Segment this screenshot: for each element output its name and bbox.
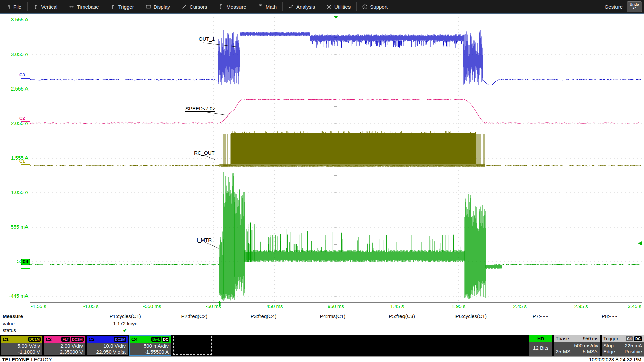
- channel-scale: 5.00 V/div: [3, 343, 40, 349]
- measure-value: [367, 320, 436, 327]
- menu-item-utilities[interactable]: Utilities: [321, 0, 356, 13]
- vertical-axis-label: 2.555 A: [0, 86, 28, 92]
- menu-item-trigger[interactable]: Trigger: [105, 0, 140, 13]
- vertical-axis-label: 555 mA: [0, 224, 28, 230]
- info-circle-icon: [362, 4, 367, 9]
- datetime: 10/20/2023 8:24:32 PM: [589, 357, 641, 362]
- measure-header[interactable]: P6:cycles(C1): [436, 313, 505, 320]
- channel-badge-dc1m: DC1M: [71, 337, 84, 342]
- trigger-type: Edge: [603, 349, 615, 355]
- measure-row-label-status: status: [0, 327, 91, 334]
- measure-value: 1.172 kcyc: [91, 320, 160, 327]
- timebase-header: Tbase -950 ms: [554, 335, 600, 342]
- descriptor-strip: HD 12 Bits Tbase -950 ms 500 ms/div 25 M…: [0, 335, 644, 356]
- trigger-header: Trigger C4DC: [602, 335, 644, 342]
- measure-value: ---: [575, 320, 644, 327]
- channel-marker-dash: [21, 121, 30, 122]
- empty-channel-slot[interactable]: [173, 336, 212, 355]
- menu-item-measure[interactable]: Measure: [213, 0, 252, 13]
- menu-item-vertical[interactable]: Vertical: [28, 0, 63, 13]
- timebase-delay: -950 ms: [581, 336, 598, 341]
- trace-label-out-1[interactable]: OUT_1: [199, 36, 215, 42]
- channel-box-c1[interactable]: C1DC1M5.00 V/div-1.1000 V: [1, 335, 43, 356]
- trigger-time-marker-icon[interactable]: [217, 301, 222, 306]
- menu-item-file[interactable]: File: [0, 0, 27, 13]
- trace-label-rc-out[interactable]: RC_OUT: [194, 150, 215, 156]
- measure-table: MeasureP1:cycles(C1)P2:freq(C2)P3:freq(C…: [0, 313, 644, 334]
- menu-bar: FileVerticalTimebaseTriggerDisplayCursor…: [0, 0, 644, 13]
- channel-offset: 22.950 V ofst: [89, 349, 126, 355]
- hd-label: HD: [537, 336, 544, 341]
- trigger-level-marker-icon[interactable]: [638, 241, 642, 246]
- brand-logo: TELEDYNE LECROY: [2, 357, 52, 362]
- c4-trace: [30, 172, 641, 301]
- trigger-source-badge-c4: C4: [626, 336, 633, 341]
- timebase-samples: 25 MS: [556, 349, 570, 355]
- channel-marker-c2[interactable]: C2: [19, 116, 25, 120]
- measure-header[interactable]: P4:rms(C1): [298, 313, 367, 320]
- menu-item-label: File: [13, 4, 21, 10]
- brand-secondary: LECROY: [31, 357, 52, 362]
- measure-header[interactable]: P7:- - -: [506, 313, 575, 320]
- trace-label-i-mtr[interactable]: I_MTR: [197, 237, 212, 243]
- measure-header[interactable]: P5:freq(C3): [367, 313, 436, 320]
- file-icon: [6, 4, 11, 9]
- waveform-traces: [30, 30, 642, 301]
- menu-item-support[interactable]: Support: [357, 0, 393, 13]
- plot-overlays: [199, 16, 642, 248]
- menubar-divider: [0, 13, 644, 14]
- channel-box-c2[interactable]: C2FLTDC1M2.00 V/div2.35000 V: [44, 335, 86, 356]
- menu-right: Gesture Undo ↶: [605, 1, 644, 12]
- time-axis-label: 2.95 s: [574, 303, 588, 309]
- channel-box-body: 500 mA/div-1.55500 A: [130, 343, 171, 355]
- status-footer: TELEDYNE LECROY 10/20/2023 8:24:32 PM: [0, 356, 644, 362]
- menu-item-label: Support: [370, 4, 388, 10]
- channel-marker-c4[interactable]: C4: [21, 259, 30, 265]
- measure-status: [160, 327, 229, 334]
- channel-box-c3[interactable]: C3DC1M10.0 V/div22.950 V ofst: [87, 335, 128, 356]
- vertical-axis-label: 1.055 A: [0, 189, 28, 195]
- menu-item-math[interactable]: Math: [252, 0, 282, 13]
- channel-badge-bwl: BwL: [151, 337, 161, 342]
- measure-value: [298, 320, 367, 327]
- channel-scale: 10.0 V/div: [89, 343, 126, 349]
- tools-icon: [327, 4, 332, 9]
- channel-box-header: C1DC1M: [1, 336, 42, 343]
- timebase-box[interactable]: Tbase -950 ms 500 ms/div 25 MS 5 MS/s: [554, 335, 600, 356]
- channel-badges: BwLDC: [151, 337, 169, 342]
- measure-header[interactable]: P8:- - -: [575, 313, 644, 320]
- menu-item-label: Timebase: [77, 4, 99, 10]
- brand-primary: TELEDYNE: [2, 357, 30, 362]
- menu-item-analysis[interactable]: Analysis: [283, 0, 321, 13]
- ruler-icon: [219, 4, 224, 9]
- undo-button[interactable]: Undo ↶: [627, 1, 642, 12]
- measure-status: [229, 327, 298, 334]
- channel-box-c4[interactable]: C4BwLDC500 mA/div-1.55500 A: [129, 335, 171, 356]
- measure-header[interactable]: P3:freq(C4): [229, 313, 298, 320]
- menu-item-label: Analysis: [296, 4, 315, 10]
- timebase-body: 500 ms/div 25 MS 5 MS/s: [554, 342, 600, 356]
- trigger-body: Stop 225 mA Edge Positive: [602, 342, 644, 356]
- channel-box-body: 5.00 V/div-1.1000 V: [1, 343, 42, 355]
- channel-marker-c1[interactable]: C1: [19, 159, 25, 163]
- hd-box[interactable]: HD 12 Bits: [529, 335, 552, 356]
- measure-header[interactable]: P1:cycles(C1): [91, 313, 160, 320]
- trace-label-speed-7-0-[interactable]: SPEED<7:0>: [185, 106, 215, 112]
- channel-marker-c3[interactable]: C3: [19, 73, 25, 77]
- measure-value: ---: [506, 320, 575, 327]
- timebase-rate: 5 MS/s: [583, 349, 598, 355]
- hd-bits: 12 Bits: [529, 342, 552, 356]
- channel-scale: 2.00 V/div: [46, 343, 83, 349]
- menu-item-timebase[interactable]: Timebase: [63, 0, 104, 13]
- trigger-box[interactable]: Trigger C4DC Stop 225 mA Edge Positive: [602, 335, 644, 356]
- time-axis-label: 950 ms: [328, 303, 344, 309]
- channel-offset: -1.1000 V: [3, 349, 40, 355]
- c2-trace: [30, 99, 642, 124]
- hd-box-header: HD: [529, 335, 552, 342]
- c1-trace: [30, 131, 641, 167]
- measure-header[interactable]: P2:freq(C2): [160, 313, 229, 320]
- channel-badge-dc1m: DC1M: [28, 337, 41, 342]
- menu-item-display[interactable]: Display: [140, 0, 176, 13]
- menu-item-cursors[interactable]: Cursors: [176, 0, 213, 13]
- vertical-arrows-icon: [33, 4, 38, 9]
